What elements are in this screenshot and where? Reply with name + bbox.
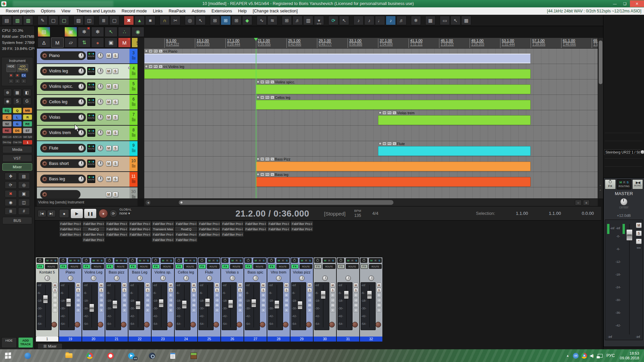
- fx-insert-cell[interactable]: FabFilter Pro-I: [83, 232, 105, 237]
- doc-icon[interactable]: ▢: [109, 16, 119, 25]
- strip-phase-icon[interactable]: ◁: [307, 298, 312, 302]
- track-row-flute[interactable]: FluteROUTEMS9: [37, 141, 138, 156]
- item-mute-button[interactable]: M: [260, 173, 264, 176]
- strip-trim-button[interactable]: tr: [215, 293, 219, 297]
- strip-trim-button[interactable]: tr: [192, 293, 196, 297]
- unmute-all-icon[interactable]: M✖: [118, 38, 131, 48]
- strip-trim-button[interactable]: tr: [53, 293, 57, 297]
- strip-record-arm-button[interactable]: [121, 322, 126, 327]
- strip-record-arm-button[interactable]: [283, 322, 288, 327]
- tray-badge-icon[interactable]: 44: [573, 349, 579, 362]
- folder-view-icon[interactable]: ▱: [64, 38, 77, 48]
- volume-knob[interactable]: [78, 99, 84, 105]
- strip-number-tab[interactable]: 30: [314, 337, 336, 342]
- taskbar-telegram-icon[interactable]: 44: [124, 351, 138, 360]
- item-knob-icon[interactable]: [379, 142, 382, 145]
- strip-input-dropdown-icon[interactable]: ▼: [354, 308, 358, 312]
- strip-input-dropdown-icon[interactable]: ▼: [99, 308, 104, 312]
- strip-input-button[interactable]: IN: [377, 303, 381, 307]
- cut-icon[interactable]: ✂: [170, 16, 180, 25]
- save-icon[interactable]: ▤: [2, 16, 12, 25]
- zoom-in-button[interactable]: +: [583, 200, 590, 205]
- remove-fx2-icon[interactable]: ✖: [15, 73, 20, 78]
- strip-fx-button[interactable]: FX: [129, 264, 137, 269]
- strip-mrs-buttons[interactable]: MRS: [45, 258, 58, 263]
- fx-insert-cell[interactable]: ReaEQ: [175, 227, 197, 231]
- strip-route-button[interactable]: ROUTE: [300, 264, 312, 269]
- route-button[interactable]: ROUTE: [87, 175, 95, 183]
- note-quantize-icon[interactable]: ♪: [354, 16, 364, 25]
- strip-power-button[interactable]: [83, 258, 90, 263]
- strip-input-dropdown-icon[interactable]: ▼: [192, 308, 196, 312]
- strip-phase-icon[interactable]: ◁: [192, 298, 196, 302]
- strip-pan-knob[interactable]: [276, 276, 281, 281]
- strip-input-button[interactable]: IN: [261, 303, 266, 307]
- strip-record-arm-button[interactable]: [98, 322, 103, 327]
- strip-mrs-buttons[interactable]: MRS: [68, 258, 81, 263]
- item-knob-icon[interactable]: [145, 50, 148, 53]
- strip-input-dropdown-icon[interactable]: ▼: [330, 308, 335, 312]
- strip-input-dropdown-icon[interactable]: ▼: [307, 308, 312, 312]
- strip-solo-button[interactable]: S: [53, 288, 57, 292]
- fx-insert-cell[interactable]: FabFilter Pro-I: [268, 221, 290, 226]
- menu-item-record-mode[interactable]: Record mode: [119, 9, 150, 13]
- strip-phase-icon[interactable]: ◁: [261, 298, 266, 302]
- pan-knob[interactable]: [97, 161, 103, 167]
- strip-trim-button[interactable]: tr: [261, 293, 266, 297]
- strip-phase-icon[interactable]: ◁: [99, 298, 104, 302]
- strip-route-button[interactable]: ROUTE: [184, 264, 197, 269]
- globe-icon[interactable]: ⊕: [3, 89, 12, 96]
- strip-route-button[interactable]: ROUTE: [369, 264, 382, 269]
- item-fx-button[interactable]: FX: [265, 96, 270, 99]
- strip-trim-button[interactable]: tr: [284, 293, 289, 297]
- fx-shortcut-l[interactable]: L: [13, 114, 22, 120]
- vertical-scrollbar-handle[interactable]: [599, 41, 602, 84]
- fx-insert-cell[interactable]: FabFilter Pro-I: [221, 227, 244, 231]
- fx-insert-cell[interactable]: FabFilter Pro-I: [59, 227, 82, 231]
- mixer-strip-bass-spic[interactable]: MRSFXROUTEBass spic-inf-6--18--30--42--5…: [244, 257, 267, 337]
- item-mute-button[interactable]: M: [260, 96, 264, 99]
- strip-mrs-buttons[interactable]: MRS: [300, 258, 312, 263]
- record-arm-button[interactable]: [42, 145, 47, 151]
- time-signature[interactable]: 4/4: [372, 211, 378, 216]
- strip-fx-button[interactable]: FX: [245, 264, 252, 269]
- repeat-button[interactable]: ⟳: [109, 209, 117, 218]
- strip-trim-button[interactable]: tr: [238, 293, 243, 297]
- hide-mixer-button[interactable]: HIDE: [1, 337, 17, 348]
- track-row-bass-leg[interactable]: Bass legROUTEMS11: [37, 172, 138, 187]
- mute-button[interactable]: M: [106, 176, 111, 182]
- strip-record-arm-button[interactable]: [375, 322, 381, 327]
- envelope-view-icon[interactable]: ◉: [131, 27, 144, 37]
- strip-mute-button[interactable]: M: [284, 283, 289, 287]
- menu-item-help[interactable]: Help: [235, 9, 250, 13]
- track-row-bass-short[interactable]: Bass shortROUTEMS10: [37, 157, 138, 171]
- fx-shortcut-c[interactable]: C: [2, 114, 12, 120]
- volume-knob[interactable]: [78, 176, 84, 182]
- stop-button[interactable]: ■: [59, 209, 69, 218]
- strip-pan-knob[interactable]: [183, 276, 189, 281]
- item-fx-button[interactable]: FX: [153, 49, 158, 53]
- item-knob-icon[interactable]: [257, 96, 260, 99]
- zoom-out-button[interactable]: −: [575, 200, 582, 205]
- track-number-badge[interactable]: 5: [129, 79, 138, 94]
- strip-input-button[interactable]: IN: [192, 303, 196, 307]
- meter-icon[interactable]: ▥: [303, 16, 313, 25]
- strip-solo-button[interactable]: S: [284, 288, 289, 292]
- render-disk-icon[interactable]: ▥: [12, 16, 22, 25]
- strip-phase-icon[interactable]: ◁: [145, 298, 150, 302]
- mixer-strip-violas-s[interactable]: MRSFXROUTEViolas s-inf-6--18--30--42--54…: [221, 257, 244, 337]
- mixer-strip-32[interactable]: MRSFXROUTE-inf-6--18--30--42--54-MStr◁IN…: [360, 257, 382, 337]
- menu-item-themes-and-layouts[interactable]: Themes and Layouts: [73, 9, 119, 13]
- media-item-header[interactable]: MFX∿Bass Pizz: [257, 157, 290, 161]
- mute-button[interactable]: M: [106, 99, 111, 105]
- duplicate-icon[interactable]: ▣: [105, 38, 117, 48]
- record-arm-button[interactable]: [42, 130, 47, 135]
- strip-mute-button[interactable]: M: [76, 283, 80, 287]
- record-button[interactable]: ●: [99, 209, 108, 218]
- item-envelope-icon[interactable]: ∿: [159, 65, 163, 68]
- solo-button[interactable]: S: [113, 53, 118, 58]
- note-double-icon[interactable]: ♬: [396, 16, 407, 25]
- strip-fx-button[interactable]: FX: [222, 264, 229, 269]
- media-item-flute[interactable]: [378, 146, 531, 156]
- strip-number-tab[interactable]: 1: [36, 337, 58, 342]
